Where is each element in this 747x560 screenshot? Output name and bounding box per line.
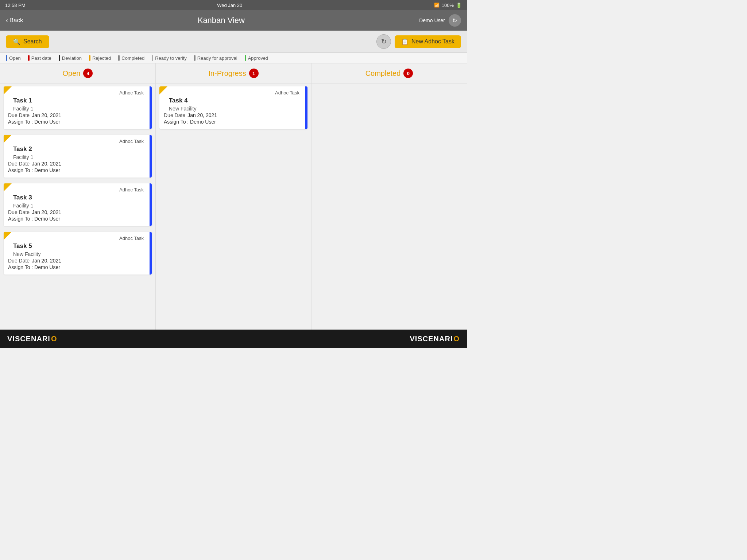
kanban-column-in-progress: In-Progress 1 Adhoc Task Task 4 New Faci…: [156, 63, 311, 330]
back-chevron-icon: ‹: [6, 17, 8, 24]
top-header: ‹ Back Kanban View Demo User ↻: [0, 10, 467, 31]
task-card-task1[interactable]: Adhoc Task Task 1 Facility 1 Due Date Ja…: [4, 86, 152, 129]
legend-dot-ready-to-verify: [152, 55, 153, 61]
legend-bar: Open Past date Deviation Rejected Comple…: [0, 53, 467, 63]
sync-button[interactable]: ↻: [376, 34, 391, 49]
legend-item-completed: Completed: [118, 55, 144, 61]
column-header-in-progress: In-Progress 1: [156, 63, 311, 83]
card-corner-task1: [4, 86, 12, 94]
card-assign-task1: Assign To : Demo User: [8, 119, 147, 125]
legend-item-past-date: Past date: [28, 55, 51, 61]
new-task-label: New Adhoc Task: [411, 38, 454, 45]
legend-item-open: Open: [6, 55, 21, 61]
column-count-open: 4: [83, 69, 93, 78]
legend-dot-completed: [118, 55, 120, 61]
legend-item-ready-for-approval: Ready for approval: [194, 55, 237, 61]
card-facility-task3: Facility 1: [13, 203, 147, 209]
legend-item-rejected: Rejected: [89, 55, 111, 61]
legend-item-approved: Approved: [245, 55, 268, 61]
column-title-in-progress: In-Progress: [208, 69, 246, 78]
legend-dot-rejected: [89, 55, 90, 61]
search-icon: 🔍: [13, 38, 20, 45]
legend-dot-open: [6, 55, 7, 61]
card-title-task2: Task 2: [13, 145, 147, 153]
card-due-task5: Due Date Jan 20, 2021: [8, 258, 147, 264]
refresh-icon: ↻: [452, 17, 457, 24]
card-assign-task4: Assign To : Demo User: [164, 119, 303, 125]
card-assign-task5: Assign To : Demo User: [8, 264, 147, 270]
card-bar-task4: [305, 86, 307, 129]
column-count-in-progress: 1: [249, 69, 259, 78]
legend-dot-past-date: [28, 55, 30, 61]
wifi-icon: 📶: [434, 3, 440, 8]
legend-label-ready-to-verify: Ready to verify: [155, 55, 187, 61]
back-button[interactable]: ‹ Back: [6, 17, 23, 24]
back-label: Back: [9, 17, 23, 24]
legend-dot-ready-for-approval: [194, 55, 196, 61]
due-label-task4: Due Date: [164, 112, 185, 118]
logo-text-right: VISCENARI: [410, 335, 453, 343]
legend-item-ready-to-verify: Ready to verify: [152, 55, 187, 61]
card-type-task4: Adhoc Task: [164, 90, 299, 96]
column-count-completed: 0: [403, 69, 413, 78]
legend-dot-approved: [245, 55, 246, 61]
card-corner-task3: [4, 183, 12, 191]
due-label-task2: Due Date: [8, 161, 30, 167]
search-button[interactable]: 🔍 Search: [6, 35, 49, 48]
due-value-task1: Jan 20, 2021: [32, 112, 61, 118]
footer: VISCENARI O VISCENARI O: [0, 330, 467, 348]
due-value-task3: Jan 20, 2021: [32, 209, 61, 215]
legend-label-past-date: Past date: [31, 55, 51, 61]
due-value-task4: Jan 20, 2021: [187, 112, 217, 118]
kanban-column-open: Open 4 Adhoc Task Task 1 Facility 1 Due …: [0, 63, 156, 330]
card-title-task3: Task 3: [13, 194, 147, 201]
legend-label-ready-for-approval: Ready for approval: [197, 55, 237, 61]
user-name: Demo User: [419, 18, 445, 23]
status-bar: 12:58 PM Wed Jan 20 📶 100% 🔋: [0, 0, 467, 10]
kanban-column-completed: Completed 0: [311, 63, 467, 330]
card-due-task4: Due Date Jan 20, 2021: [164, 112, 303, 118]
user-area: Demo User ↻: [419, 14, 461, 27]
task-card-task5[interactable]: Adhoc Task Task 5 New Facility Due Date …: [4, 232, 152, 275]
task-card-task2[interactable]: Adhoc Task Task 2 Facility 1 Due Date Ja…: [4, 135, 152, 178]
column-title-completed: Completed: [365, 69, 401, 78]
card-bar-task3: [150, 183, 152, 226]
card-type-task5: Adhoc Task: [8, 236, 144, 241]
new-task-button[interactable]: 📋 New Adhoc Task: [395, 35, 461, 48]
logo-text-left: VISCENARI: [7, 335, 50, 343]
card-facility-task1: Facility 1: [13, 106, 147, 112]
card-due-task2: Due Date Jan 20, 2021: [8, 161, 147, 167]
card-bar-task5: [150, 232, 152, 275]
column-title-open: Open: [63, 69, 81, 78]
legend-label-approved: Approved: [248, 55, 268, 61]
legend-label-deviation: Deviation: [62, 55, 82, 61]
column-header-open: Open 4: [0, 63, 155, 83]
legend-item-deviation: Deviation: [59, 55, 82, 61]
new-task-icon: 📋: [401, 38, 409, 45]
card-type-task2: Adhoc Task: [8, 139, 144, 144]
task-card-task4[interactable]: Adhoc Task Task 4 New Facility Due Date …: [159, 86, 307, 129]
battery-level: 100%: [442, 3, 454, 8]
card-facility-task4: New Facility: [169, 106, 303, 112]
card-facility-task5: New Facility: [13, 251, 147, 257]
legend-label-rejected: Rejected: [92, 55, 111, 61]
legend-dot-deviation: [59, 55, 60, 61]
card-corner-task5: [4, 232, 12, 240]
due-label-task3: Due Date: [8, 209, 30, 215]
column-header-completed: Completed 0: [311, 63, 467, 83]
logo-o-right: O: [453, 335, 460, 343]
search-label: Search: [23, 38, 42, 45]
card-bar-task2: [150, 135, 152, 178]
footer-logo-left: VISCENARI O: [7, 335, 57, 343]
card-type-task3: Adhoc Task: [8, 187, 144, 192]
refresh-button[interactable]: ↻: [449, 14, 461, 27]
due-value-task5: Jan 20, 2021: [32, 258, 61, 264]
status-time: 12:58 PM: [5, 3, 26, 8]
card-title-task5: Task 5: [13, 242, 147, 250]
card-due-task3: Due Date Jan 20, 2021: [8, 209, 147, 215]
footer-logo-right: VISCENARI O: [410, 335, 460, 343]
page-title: Kanban View: [198, 16, 245, 25]
task-card-task3[interactable]: Adhoc Task Task 3 Facility 1 Due Date Ja…: [4, 183, 152, 226]
card-assign-task2: Assign To : Demo User: [8, 167, 147, 173]
card-corner-task2: [4, 135, 12, 143]
